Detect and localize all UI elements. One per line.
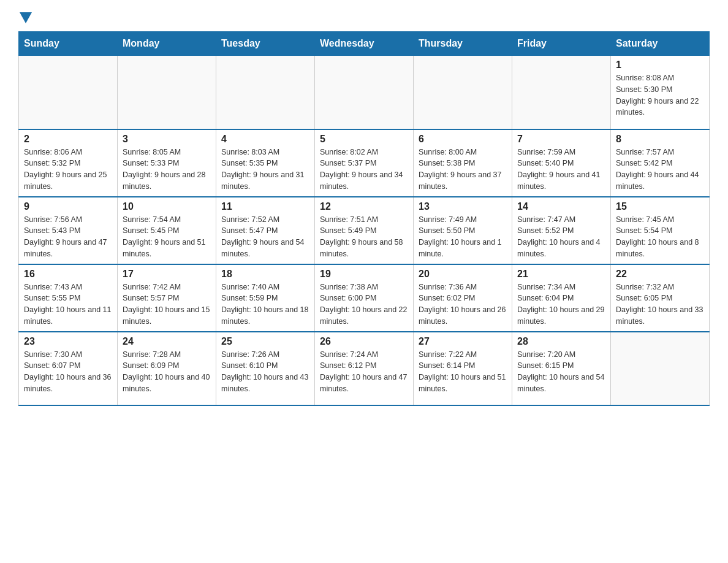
calendar-week-row: 23Sunrise: 7:30 AMSunset: 6:07 PMDayligh… (19, 332, 710, 405)
day-info-line: Sunset: 5:50 PM (419, 226, 475, 235)
day-info-line: Daylight: 9 hours and 58 minutes. (320, 238, 403, 258)
day-info-line: Sunset: 5:49 PM (320, 226, 376, 235)
day-info-line: Daylight: 10 hours and 22 minutes. (320, 305, 407, 326)
day-info-line: Daylight: 9 hours and 22 minutes. (616, 97, 699, 117)
day-info-line: Sunrise: 8:02 AM (320, 148, 378, 156)
day-number: 25 (221, 336, 309, 347)
day-info-line: Sunrise: 7:38 AM (320, 283, 378, 291)
day-info: Sunrise: 7:51 AMSunset: 5:49 PMDaylight:… (320, 214, 408, 260)
calendar-day-cell: 6Sunrise: 8:00 AMSunset: 5:38 PMDaylight… (414, 129, 512, 197)
day-number: 9 (24, 201, 112, 212)
day-info-line: Sunrise: 8:03 AM (221, 148, 279, 156)
calendar-day-cell: 11Sunrise: 7:52 AMSunset: 5:47 PMDayligh… (216, 197, 315, 264)
calendar-day-cell: 5Sunrise: 8:02 AMSunset: 5:37 PMDaylight… (315, 129, 414, 197)
day-info-line: Daylight: 10 hours and 1 minute. (419, 238, 502, 258)
calendar-body: 1Sunrise: 8:08 AMSunset: 5:30 PMDaylight… (19, 56, 710, 405)
day-info-line: Sunrise: 7:36 AM (419, 283, 477, 291)
day-number: 27 (419, 336, 507, 347)
day-info-line: Sunset: 5:32 PM (24, 159, 80, 167)
day-info-line: Sunset: 5:42 PM (616, 159, 672, 167)
day-number: 2 (24, 134, 112, 145)
day-info-line: Daylight: 10 hours and 36 minutes. (24, 373, 111, 393)
day-info: Sunrise: 7:40 AMSunset: 5:59 PMDaylight:… (221, 282, 309, 327)
day-info-line: Daylight: 10 hours and 51 minutes. (419, 373, 506, 393)
calendar-day-cell (118, 56, 216, 129)
day-info-line: Sunset: 6:15 PM (517, 361, 574, 370)
day-number: 3 (123, 134, 211, 145)
day-info-line: Sunset: 6:05 PM (616, 294, 672, 302)
day-number: 7 (517, 134, 605, 145)
day-info-line: Sunrise: 7:40 AM (221, 283, 279, 291)
day-info-line: Sunrise: 8:08 AM (616, 74, 674, 82)
day-info-line: Sunset: 6:00 PM (320, 294, 376, 302)
day-info-line: Sunset: 5:59 PM (221, 294, 278, 302)
day-number: 18 (221, 269, 309, 280)
weekday-header-saturday: Saturday (611, 32, 710, 56)
day-info-line: Sunset: 5:37 PM (320, 159, 376, 167)
day-info-line: Sunset: 5:43 PM (24, 226, 80, 235)
calendar-day-cell: 9Sunrise: 7:56 AMSunset: 5:43 PMDaylight… (19, 197, 118, 264)
day-info-line: Sunrise: 7:24 AM (320, 350, 378, 359)
day-info-line: Daylight: 9 hours and 54 minutes. (221, 238, 305, 258)
day-info-line: Sunrise: 7:20 AM (517, 350, 575, 359)
weekday-header-wednesday: Wednesday (315, 32, 414, 56)
calendar-day-cell: 3Sunrise: 8:05 AMSunset: 5:33 PMDaylight… (118, 129, 216, 197)
calendar-day-cell: 26Sunrise: 7:24 AMSunset: 6:12 PMDayligh… (315, 332, 414, 405)
logo (18, 12, 33, 25)
calendar-day-cell: 13Sunrise: 7:49 AMSunset: 5:50 PMDayligh… (414, 197, 512, 264)
day-info-line: Sunrise: 7:28 AM (123, 350, 181, 359)
page-header (18, 12, 710, 25)
day-info-line: Daylight: 9 hours and 44 minutes. (616, 170, 699, 191)
calendar-day-cell: 20Sunrise: 7:36 AMSunset: 6:02 PMDayligh… (414, 264, 512, 332)
day-info-line: Sunset: 5:47 PM (221, 226, 278, 235)
day-info-line: Daylight: 10 hours and 11 minutes. (24, 305, 111, 326)
day-info-line: Daylight: 9 hours and 51 minutes. (123, 238, 206, 258)
day-info-line: Sunrise: 7:43 AM (24, 283, 82, 291)
day-info-line: Sunset: 5:52 PM (517, 226, 574, 235)
day-info-line: Sunset: 6:14 PM (419, 361, 475, 370)
day-info-line: Daylight: 10 hours and 40 minutes. (123, 373, 210, 393)
day-info-line: Sunset: 6:07 PM (24, 361, 80, 370)
day-info: Sunrise: 8:02 AMSunset: 5:37 PMDaylight:… (320, 147, 408, 193)
day-info-line: Daylight: 10 hours and 54 minutes. (517, 373, 604, 393)
day-number: 22 (616, 269, 704, 280)
day-info-line: Sunrise: 7:45 AM (616, 215, 674, 224)
day-info: Sunrise: 7:59 AMSunset: 5:40 PMDaylight:… (517, 147, 605, 193)
day-info-line: Sunset: 6:12 PM (320, 361, 376, 370)
day-info: Sunrise: 7:49 AMSunset: 5:50 PMDaylight:… (419, 214, 507, 260)
day-info-line: Sunset: 5:40 PM (517, 159, 574, 167)
day-info-line: Sunrise: 8:06 AM (24, 148, 82, 156)
day-info-line: Daylight: 9 hours and 25 minutes. (24, 170, 107, 191)
day-info-line: Daylight: 10 hours and 15 minutes. (123, 305, 210, 326)
calendar-header: SundayMondayTuesdayWednesdayThursdayFrid… (19, 32, 710, 56)
day-number: 17 (123, 269, 211, 280)
calendar-table: SundayMondayTuesdayWednesdayThursdayFrid… (18, 31, 710, 406)
day-info-line: Sunrise: 7:32 AM (616, 283, 674, 291)
day-info: Sunrise: 7:57 AMSunset: 5:42 PMDaylight:… (616, 147, 704, 193)
calendar-day-cell: 7Sunrise: 7:59 AMSunset: 5:40 PMDaylight… (512, 129, 611, 197)
day-info-line: Daylight: 10 hours and 4 minutes. (517, 238, 601, 258)
day-info-line: Daylight: 9 hours and 34 minutes. (320, 170, 403, 191)
day-number: 8 (616, 134, 704, 145)
calendar-day-cell: 24Sunrise: 7:28 AMSunset: 6:09 PMDayligh… (118, 332, 216, 405)
day-info-line: Sunset: 5:30 PM (616, 85, 672, 94)
weekday-header-tuesday: Tuesday (216, 32, 315, 56)
day-info: Sunrise: 7:30 AMSunset: 6:07 PMDaylight:… (24, 349, 112, 395)
day-info-line: Sunset: 6:10 PM (221, 361, 278, 370)
weekday-header-row: SundayMondayTuesdayWednesdayThursdayFrid… (19, 32, 710, 56)
day-info-line: Sunset: 5:57 PM (123, 294, 179, 302)
day-info-line: Daylight: 9 hours and 31 minutes. (221, 170, 305, 191)
day-info: Sunrise: 7:56 AMSunset: 5:43 PMDaylight:… (24, 214, 112, 260)
day-info-line: Sunrise: 7:26 AM (221, 350, 279, 359)
calendar-day-cell: 1Sunrise: 8:08 AMSunset: 5:30 PMDaylight… (611, 56, 710, 129)
day-number: 5 (320, 134, 408, 145)
calendar-week-row: 1Sunrise: 8:08 AMSunset: 5:30 PMDaylight… (19, 56, 710, 129)
day-info-line: Daylight: 9 hours and 41 minutes. (517, 170, 601, 191)
calendar-day-cell: 10Sunrise: 7:54 AMSunset: 5:45 PMDayligh… (118, 197, 216, 264)
calendar-day-cell: 22Sunrise: 7:32 AMSunset: 6:05 PMDayligh… (611, 264, 710, 332)
day-info-line: Daylight: 10 hours and 8 minutes. (616, 238, 699, 258)
day-info-line: Sunrise: 7:57 AM (616, 148, 674, 156)
calendar-day-cell: 27Sunrise: 7:22 AMSunset: 6:14 PMDayligh… (414, 332, 512, 405)
day-info-line: Sunrise: 7:42 AM (123, 283, 181, 291)
day-info: Sunrise: 7:22 AMSunset: 6:14 PMDaylight:… (419, 349, 507, 395)
